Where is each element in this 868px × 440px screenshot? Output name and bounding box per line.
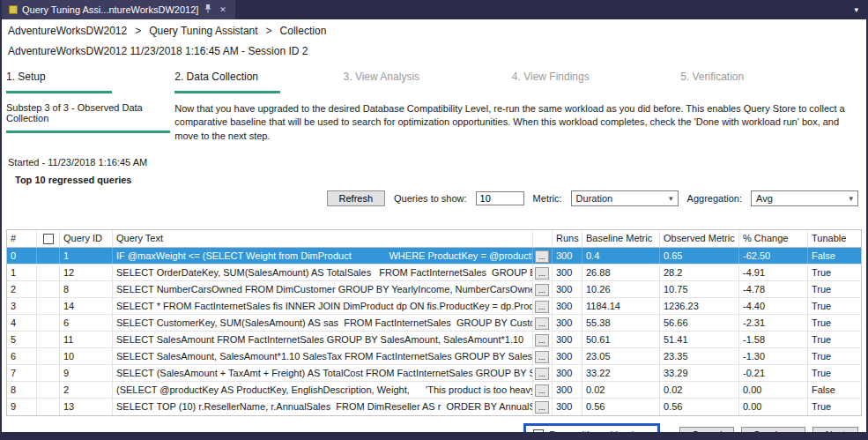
- tunable-cell: True: [808, 348, 861, 364]
- tab-title: Query Tuning Assi...ntureWorksDW2012]: [22, 4, 198, 15]
- metric-label: Metric:: [533, 193, 562, 204]
- query-detail-button[interactable]: ...: [535, 334, 549, 347]
- row-checkbox-cell[interactable]: [37, 315, 60, 331]
- table-row[interactable]: 8 2 (SELECT @productKey AS ProductKey, E…: [7, 382, 861, 399]
- step-view-analysis[interactable]: 3. View Analysis: [344, 71, 512, 93]
- query-id-cell: 14: [60, 298, 113, 314]
- query-detail-button[interactable]: ...: [535, 250, 549, 263]
- row-index-cell: 2: [7, 281, 37, 297]
- query-detail-cell: ...: [533, 248, 553, 264]
- step-label: 3. View Analysis: [344, 71, 420, 83]
- tunable-cell: True: [808, 332, 861, 347]
- query-detail-button[interactable]: ...: [535, 368, 549, 380]
- document-tab[interactable]: Query Tuning Assi...ntureWorksDW2012] ✕: [2, 0, 235, 19]
- query-id-cell: 1: [60, 248, 113, 264]
- step-label: 2. Data Collection: [174, 71, 258, 83]
- close-icon[interactable]: ✕: [218, 5, 228, 14]
- step-view-findings[interactable]: 4. View Findings: [512, 71, 680, 93]
- step-setup[interactable]: 1. Setup: [6, 71, 174, 93]
- pct-change-cell: -1.30: [739, 348, 808, 364]
- table-row[interactable]: 9 13 SELECT TOP (10) r.ResellerName, r.A…: [7, 399, 861, 415]
- query-detail-cell: ...: [533, 332, 553, 347]
- select-all-checkbox[interactable]: [43, 234, 54, 244]
- query-tuning-assistant-icon: [9, 5, 18, 14]
- metric-dropdown[interactable]: Duration ▾: [571, 190, 679, 206]
- query-id-cell: 8: [60, 281, 113, 297]
- query-detail-button[interactable]: ...: [535, 401, 549, 414]
- tunable-cell: False: [808, 248, 861, 264]
- table-row[interactable]: 6 10 SELECT SalesAmount, SalesAmount*1.1…: [7, 348, 861, 365]
- query-text-cell: SELECT OrderDateKey, SUM(SalesAmount) AS…: [113, 265, 533, 280]
- refresh-button[interactable]: Refresh: [327, 190, 386, 206]
- row-index-cell: 4: [7, 315, 37, 331]
- header-row-index[interactable]: #: [7, 230, 37, 247]
- header-pct-change[interactable]: % Change: [739, 230, 808, 247]
- table-row[interactable]: 0 1 IF @maxWeight <= (SELECT Weight from…: [7, 248, 861, 265]
- step-data-collection[interactable]: 2. Data Collection: [174, 71, 343, 93]
- table-row[interactable]: 2 8 SELECT NumberCarsOwned FROM DimCusto…: [7, 281, 861, 298]
- header-query-text[interactable]: Query Text: [113, 230, 533, 247]
- query-id-cell: 9: [60, 365, 113, 381]
- pct-change-cell: -4.78: [739, 281, 808, 297]
- row-checkbox-cell[interactable]: [37, 248, 60, 264]
- tunable-cell: True: [808, 281, 861, 297]
- breadcrumb-item-collection[interactable]: Collection: [280, 25, 327, 37]
- breadcrumb: AdventureWorksDW2012 > Query Tuning Assi…: [6, 19, 862, 38]
- pin-icon[interactable]: [203, 4, 213, 15]
- regressed-queries-title: Top 10 regressed queries: [15, 175, 862, 185]
- row-checkbox-cell[interactable]: [37, 382, 60, 398]
- pct-change-cell: -1.58: [739, 332, 808, 347]
- chevron-down-icon: ▾: [849, 194, 853, 203]
- chevron-down-icon: ▾: [669, 194, 673, 203]
- header-runs[interactable]: Runs: [553, 230, 582, 247]
- query-detail-cell: ...: [533, 298, 553, 314]
- header-observed-metric[interactable]: Observed Metric: [660, 230, 739, 247]
- row-checkbox-cell[interactable]: [37, 399, 60, 415]
- row-checkbox-cell[interactable]: [37, 265, 60, 280]
- header-baseline-metric[interactable]: Baseline Metric: [582, 230, 660, 247]
- query-detail-button[interactable]: ...: [535, 284, 549, 296]
- breadcrumb-item-database[interactable]: AdventureWorksDW2012: [8, 25, 127, 37]
- grid-controls: Refresh Queries to show: Metric: Duratio…: [6, 190, 862, 206]
- query-detail-button[interactable]: ...: [535, 317, 549, 330]
- breadcrumb-item-query-tuning-assistant[interactable]: Query Tuning Assistant: [149, 25, 257, 37]
- table-row[interactable]: 7 9 SELECT (SalesAmount + TaxAmt + Freig…: [7, 365, 861, 382]
- query-text-cell: (SELECT @productKey AS ProductKey, Engli…: [113, 382, 533, 398]
- table-row[interactable]: 1 12 SELECT OrderDateKey, SUM(SalesAmoun…: [7, 265, 861, 281]
- breadcrumb-separator: >: [266, 25, 272, 37]
- query-id-cell: 6: [60, 315, 113, 331]
- row-checkbox-cell[interactable]: [37, 281, 60, 297]
- query-detail-button[interactable]: ...: [535, 267, 549, 280]
- query-text-cell: SELECT (SalesAmount + TaxAmt + Freight) …: [113, 365, 533, 381]
- header-tunable[interactable]: Tunable: [808, 230, 861, 247]
- query-detail-button[interactable]: ...: [535, 301, 549, 313]
- query-detail-button[interactable]: ...: [535, 384, 549, 397]
- row-checkbox-cell[interactable]: [37, 365, 60, 381]
- header-select-all[interactable]: [37, 230, 60, 247]
- table-row[interactable]: 5 11 SELECT SalesAmount FROM FactInterne…: [7, 332, 861, 348]
- aggregation-dropdown[interactable]: Avg ▾: [751, 190, 858, 206]
- tab-list-chevron-icon[interactable]: ▾: [854, 5, 866, 14]
- query-text-cell: SELECT CustomerKey, SUM(SalesAmount) AS …: [113, 315, 533, 331]
- query-text-cell: SELECT SalesAmount FROM FactInternetSale…: [113, 332, 533, 347]
- table-row[interactable]: 4 6 SELECT CustomerKey, SUM(SalesAmount)…: [7, 315, 861, 332]
- row-checkbox-cell[interactable]: [37, 348, 60, 364]
- header-query-id[interactable]: Query ID: [60, 230, 113, 247]
- tunable-cell: True: [808, 365, 861, 381]
- query-detail-cell: ...: [533, 265, 553, 280]
- started-timestamp: Started - 11/23/2018 1:16:45 AM: [6, 157, 862, 168]
- runs-cell: 300: [553, 332, 582, 347]
- row-checkbox-cell[interactable]: [37, 298, 60, 314]
- queries-to-show-input[interactable]: [476, 191, 524, 205]
- step-verification[interactable]: 5. Verification: [680, 71, 849, 93]
- runs-cell: 300: [553, 265, 582, 280]
- row-checkbox-cell[interactable]: [37, 332, 60, 347]
- step-label: 1. Setup: [6, 71, 46, 83]
- table-row[interactable]: 3 14 SELECT * FROM FactInternetSales fis…: [7, 298, 861, 315]
- regressed-queries-grid: # Query ID Query Text Runs Baseline Metr…: [6, 229, 862, 416]
- status-bar: [2, 432, 866, 440]
- query-detail-button[interactable]: ...: [535, 351, 549, 363]
- footer-actions: ✓ Done with workload run Cancel Sessions…: [6, 416, 862, 432]
- observed-metric-cell: 23.35: [660, 348, 739, 364]
- substep-description: Now that you have upgraded to the desire…: [174, 102, 862, 143]
